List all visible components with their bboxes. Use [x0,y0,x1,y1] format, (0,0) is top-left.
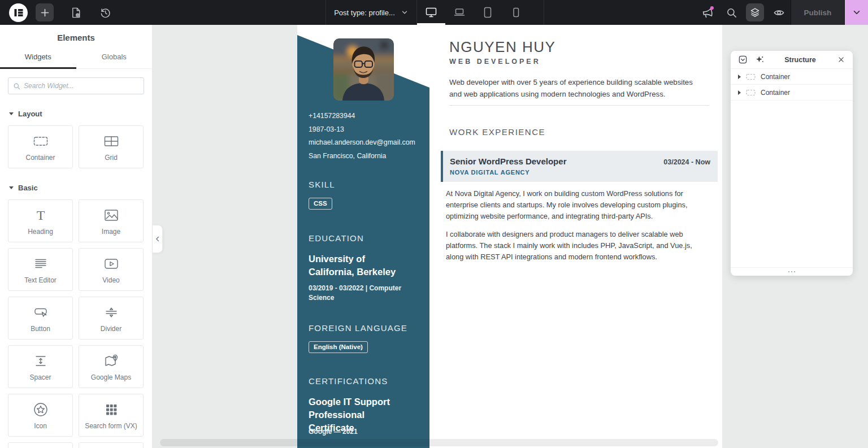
page-settings-icon[interactable] [68,5,83,20]
structure-row-container-2[interactable]: Container [731,85,853,101]
device-desktop-button[interactable] [417,0,445,25]
video-icon [103,255,120,272]
resume-summary[interactable]: Web developer with over 5 years of exper… [449,76,705,101]
dots-grid-icon [103,401,120,418]
skill-section-title[interactable]: SKILL [309,180,418,189]
elementor-logo[interactable] [9,3,28,22]
contact-location: San Francisco, California [309,150,418,163]
portrait-image [333,38,394,101]
text-editor-icon [32,255,49,272]
caret-down-icon [9,112,14,115]
widget-card-icon[interactable]: Icon [8,394,73,437]
job-paragraph-1[interactable]: At Nova Digital Agency, I work on buildi… [446,188,710,221]
publish-options-button[interactable] [844,0,868,25]
heading-icon: T [32,207,49,224]
structure-toggle-button[interactable] [743,0,767,25]
google-maps-icon [103,353,120,369]
svg-text:T: T [36,208,45,223]
elements-panel: Elements Widgets Globals Layout Containe… [0,25,153,448]
widget-card-spacer[interactable]: Spacer [8,345,73,388]
education-section-title[interactable]: EDUCATION [309,233,418,243]
structure-header: Structure [731,51,853,69]
section-basic-header[interactable]: Basic [9,184,152,192]
button-icon [32,304,49,321]
skill-tags[interactable]: CSS [309,198,418,210]
resume-name[interactable]: NGUYEN HUY [449,38,555,56]
divider-icon [103,304,120,321]
preview-eye-icon [772,6,785,19]
device-laptop-button[interactable] [445,0,474,25]
caret-right-icon [738,75,741,79]
structure-title: Structure [766,56,835,64]
widget-card-image[interactable]: Image [79,199,144,242]
widget-card-heading[interactable]: T Heading [8,199,73,242]
ai-button[interactable] [753,54,766,66]
panel-tabs: Widgets Globals [0,50,152,69]
structure-resize-handle[interactable] [731,267,853,276]
widget-card-container[interactable]: Container [8,125,73,168]
widget-card-partial[interactable] [8,442,73,448]
responsive-device-switcher [417,0,530,25]
desktop-icon [424,6,438,19]
device-mobile-button[interactable] [502,0,530,25]
mobile-icon [509,6,523,19]
chevron-down-icon [401,8,409,16]
caret-down-icon [9,186,14,189]
education-meta[interactable]: 03/2019 - 03/2022 | Computer Science [309,284,409,303]
tab-globals[interactable]: Globals [76,50,153,68]
canvas-horizontal-scrollbar[interactable] [160,439,718,446]
job-card[interactable]: Senior WordPress Developer 03/2024 - Now… [441,151,718,182]
language-tag: English (Native) [309,341,368,353]
tab-widgets[interactable]: Widgets [0,50,76,68]
contact-block[interactable]: +14157283944 1987-03-13 michael.anderson… [309,110,418,163]
contact-birthdate: 1987-03-13 [309,123,418,137]
language-tags[interactable]: English (Native) [309,341,418,353]
widget-search[interactable] [8,77,144,94]
widget-card-google-maps[interactable]: Google Maps [79,345,144,388]
job-paragraph-2[interactable]: I collaborate with designers and product… [446,229,710,262]
spacer-icon [32,353,49,369]
post-type-dropdown[interactable]: Post type: profile... [326,0,416,25]
search-icon [726,7,737,19]
job-period: 03/2024 - Now [663,158,710,166]
certifications-section-title[interactable]: CERTIFICATIONS [309,376,418,386]
contact-phone: +14157283944 [309,110,418,123]
certification-meta[interactable]: Google — 2021 [309,427,409,437]
collapse-all-button[interactable] [736,54,749,66]
panel-collapse-handle[interactable] [153,225,163,253]
finder-search-button[interactable] [719,0,743,25]
whats-new-button[interactable] [696,0,719,25]
section-layout-header[interactable]: Layout [9,110,152,118]
device-tablet-button[interactable] [474,0,502,25]
resume-page[interactable]: +14157283944 1987-03-13 michael.anderson… [297,25,722,448]
image-icon [103,207,120,224]
widget-card-grid[interactable]: Grid [79,125,144,168]
publish-options-chevron-icon [852,7,862,18]
tablet-icon [481,6,494,19]
layout-widgets-grid: Container Grid [0,125,152,168]
widget-card-video[interactable]: Video [79,248,144,291]
widget-card-button[interactable]: Button [8,297,73,340]
widget-card-partial[interactable] [79,442,144,448]
profile-photo[interactable] [333,38,394,101]
language-section-title[interactable]: FOREIGN LANGUAGE [309,323,418,333]
structure-row-container-1[interactable]: Container [731,69,853,85]
education-school[interactable]: University of California, Berkeley [309,253,410,279]
search-icon [13,82,20,90]
publish-button[interactable]: Publish [791,0,844,25]
notification-dot [710,6,714,10]
work-experience-title[interactable]: WORK EXPERIENCE [449,127,545,137]
widget-card-search-form[interactable]: Search form (VX) [79,394,144,437]
close-icon [837,56,845,63]
add-element-button[interactable] [36,3,54,21]
widget-card-divider[interactable]: Divider [79,297,144,340]
star-circle-icon [32,401,49,418]
close-structure-button[interactable] [835,54,847,66]
basic-widgets-grid: T Heading Image Text Editor Video Button… [0,199,152,448]
resume-role[interactable]: WEB DEVELOPER [449,58,541,66]
resume-main-column: NGUYEN HUY WEB DEVELOPER Web developer w… [441,25,719,448]
preview-button[interactable] [767,0,791,25]
widget-card-text-editor[interactable]: Text Editor [8,248,73,291]
search-widget-input[interactable] [24,82,139,90]
history-icon[interactable] [98,5,112,20]
